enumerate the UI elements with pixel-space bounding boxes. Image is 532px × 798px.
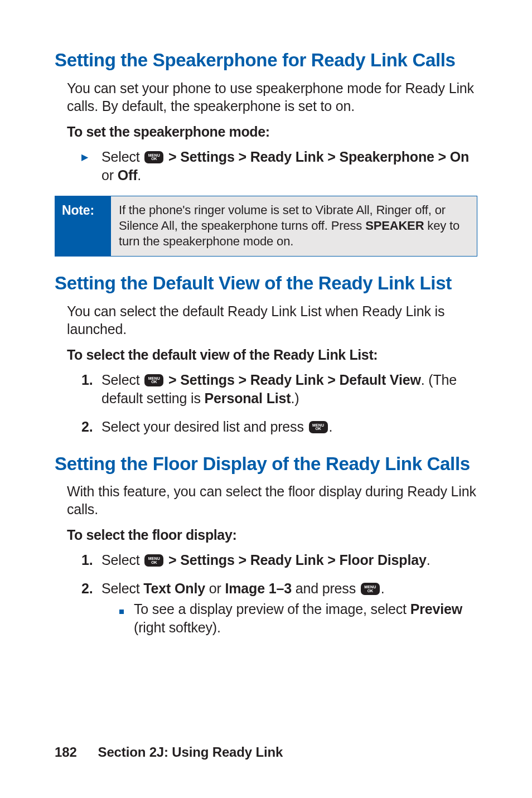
note-label: Note: [55,196,111,256]
subheading: To select the floor display: [55,527,477,543]
section-label: Section 2J: Using Ready Link [98,744,283,760]
text-fragment: Select [101,552,143,568]
square-bullet-icon [119,600,134,636]
step-number: 1. [81,551,101,569]
paragraph: You can set your phone to use speakerpho… [55,79,477,115]
text-fragment: or [101,167,118,183]
text-fragment: or [205,581,225,596]
menu-ok-key-icon [144,151,163,163]
text-fragment: . [137,167,141,183]
text-bold: > Settings > Ready Link > Speakerphone >… [165,149,469,165]
subheading: To set the speakerphone mode: [55,124,477,140]
text-bold: Image 1–3 [225,581,291,596]
note-box: Note: If the phone's ringer volume is se… [55,196,477,257]
menu-ok-key-icon [361,583,380,595]
sub-bullet: To see a display preview of the image, s… [55,600,477,636]
menu-ok-key-icon [144,554,163,567]
text-fragment: (right softkey). [134,620,221,635]
text-bold: Off [118,167,138,183]
step-text: Select > Settings > Ready Link > Default… [101,371,477,408]
page-content: Setting the Speakerphone for Ready Link … [0,0,532,636]
text-fragment: Select [101,149,143,165]
step-text: Select Text Only or Image 1–3 and press … [101,579,477,598]
text-fragment: Select [101,372,143,388]
heading-floor-display: Setting the Floor Display of the Ready L… [55,453,477,475]
menu-ok-key-icon [144,374,163,386]
menu-ok-key-icon [309,421,328,433]
text-bold: SPEAKER [365,219,424,233]
paragraph: You can select the default Ready Link Li… [55,302,477,338]
paragraph: With this feature, you can select the fl… [55,482,477,518]
note-body: If the phone's ringer volume is set to V… [111,196,477,256]
heading-default-view: Setting the Default View of the Ready Li… [55,272,477,294]
text-fragment: Select [101,581,143,596]
text-fragment: . [427,552,431,568]
instruction-bullet: ▶ Select > Settings > Ready Link > Speak… [55,148,477,185]
text-fragment: . [381,581,385,596]
numbered-step: 2. Select Text Only or Image 1–3 and pre… [55,579,477,598]
page-number: 182 [55,744,77,760]
text-fragment: and press [292,581,360,596]
numbered-step: 1. Select > Settings > Ready Link > Floo… [55,551,477,569]
text-bold: Personal List [205,390,291,406]
text-fragment: To see a display preview of the image, s… [134,601,410,617]
subheading: To select the default view of the Ready … [55,347,477,363]
page-footer: 182 Section 2J: Using Ready Link [55,744,477,760]
instruction-text: Select > Settings > Ready Link > Speaker… [101,148,477,185]
text-bold: Text Only [143,581,205,596]
text-fragment: . [329,419,333,434]
text-fragment: Select your desired list and press [101,419,308,434]
step-text: Select your desired list and press . [101,418,477,436]
step-number: 1. [81,371,101,408]
text-bold: > Settings > Ready Link > Floor Display [165,552,426,568]
numbered-step: 2. Select your desired list and press . [55,418,477,436]
bullet-marker-icon: ▶ [81,148,101,185]
text-fragment: .) [291,390,299,406]
step-number: 2. [81,579,101,598]
text-bold: > Settings > Ready Link > Default View [165,372,420,388]
step-text: Select > Settings > Ready Link > Floor D… [101,551,477,569]
text-bold: Preview [410,601,462,617]
sub-bullet-text: To see a display preview of the image, s… [134,600,477,636]
step-number: 2. [81,418,101,436]
numbered-step: 1. Select > Settings > Ready Link > Defa… [55,371,477,408]
heading-speakerphone: Setting the Speakerphone for Ready Link … [55,49,477,71]
